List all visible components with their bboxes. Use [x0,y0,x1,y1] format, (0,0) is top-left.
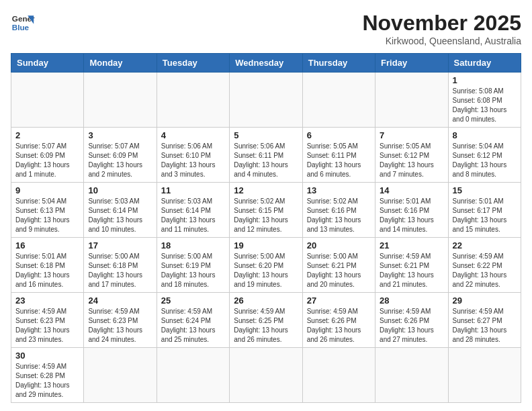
calendar-cell: 20Sunrise: 5:00 AM Sunset: 6:21 PM Dayli… [302,238,375,293]
calendar-cell: 12Sunrise: 5:02 AM Sunset: 6:15 PM Dayli… [230,183,302,238]
calendar-cell: 25Sunrise: 4:59 AM Sunset: 6:24 PM Dayli… [157,293,229,348]
weekday-header-wednesday: Wednesday [230,54,302,73]
calendar-cell: 10Sunrise: 5:03 AM Sunset: 6:14 PM Dayli… [84,183,157,238]
day-info: Sunrise: 4:59 AM Sunset: 6:26 PM Dayligh… [380,307,443,345]
day-number: 20 [307,240,371,250]
calendar-cell: 1Sunrise: 5:08 AM Sunset: 6:08 PM Daylig… [448,73,521,128]
day-info: Sunrise: 5:01 AM Sunset: 6:18 PM Dayligh… [15,252,79,289]
calendar-cell: 27Sunrise: 4:59 AM Sunset: 6:26 PM Dayli… [302,293,375,348]
weekday-header-thursday: Thursday [302,54,375,73]
calendar-cell [157,348,229,403]
calendar-cell: 18Sunrise: 5:00 AM Sunset: 6:19 PM Dayli… [157,238,229,293]
day-number: 4 [161,130,225,140]
day-number: 2 [15,130,79,140]
calendar-cell: 2Sunrise: 5:07 AM Sunset: 6:09 PM Daylig… [11,128,84,183]
day-info: Sunrise: 5:02 AM Sunset: 6:16 PM Dayligh… [307,197,371,234]
day-number: 27 [307,295,371,306]
calendar-cell [157,73,229,128]
day-number: 30 [15,351,79,361]
day-info: Sunrise: 4:59 AM Sunset: 6:22 PM Dayligh… [453,252,517,289]
calendar-cell: 9Sunrise: 5:04 AM Sunset: 6:13 PM Daylig… [11,183,84,238]
calendar-cell: 14Sunrise: 5:01 AM Sunset: 6:16 PM Dayli… [375,183,448,238]
day-info: Sunrise: 4:59 AM Sunset: 6:24 PM Dayligh… [161,307,225,345]
calendar-subtitle: Kirkwood, Queensland, Australia [362,36,521,46]
calendar-cell [375,348,448,403]
day-info: Sunrise: 5:07 AM Sunset: 6:09 PM Dayligh… [15,142,79,179]
day-number: 28 [380,295,443,306]
calendar-cell: 5Sunrise: 5:06 AM Sunset: 6:11 PM Daylig… [230,128,302,183]
calendar-cell: 19Sunrise: 5:00 AM Sunset: 6:20 PM Dayli… [230,238,302,293]
day-number: 1 [453,75,517,85]
weekday-header-row: SundayMondayTuesdayWednesdayThursdayFrid… [11,54,521,73]
day-number: 8 [453,130,517,140]
calendar-title: November 2025 [362,11,521,36]
day-info: Sunrise: 5:02 AM Sunset: 6:15 PM Dayligh… [234,197,298,234]
day-number: 25 [161,295,225,306]
day-info: Sunrise: 5:00 AM Sunset: 6:18 PM Dayligh… [88,252,152,289]
calendar-cell: 24Sunrise: 4:59 AM Sunset: 6:23 PM Dayli… [84,293,157,348]
calendar-cell [302,73,375,128]
day-info: Sunrise: 5:03 AM Sunset: 6:14 PM Dayligh… [161,197,225,234]
calendar-week-row: 16Sunrise: 5:01 AM Sunset: 6:18 PM Dayli… [11,238,521,293]
day-number: 14 [380,185,443,195]
weekday-header-friday: Friday [375,54,448,73]
day-number: 22 [453,240,517,250]
calendar-cell [84,348,157,403]
calendar-cell: 8Sunrise: 5:04 AM Sunset: 6:12 PM Daylig… [448,128,521,183]
weekday-header-tuesday: Tuesday [157,54,229,73]
day-number: 17 [88,240,152,250]
day-info: Sunrise: 5:00 AM Sunset: 6:19 PM Dayligh… [161,252,225,289]
calendar-cell: 16Sunrise: 5:01 AM Sunset: 6:18 PM Dayli… [11,238,84,293]
day-info: Sunrise: 4:59 AM Sunset: 6:23 PM Dayligh… [15,307,79,345]
logo-icon: General Blue [11,11,35,35]
svg-text:Blue: Blue [12,23,30,32]
weekday-header-monday: Monday [84,54,157,73]
day-number: 15 [453,185,517,195]
day-number: 10 [88,185,152,195]
calendar-cell: 11Sunrise: 5:03 AM Sunset: 6:14 PM Dayli… [157,183,229,238]
calendar-cell: 3Sunrise: 5:07 AM Sunset: 6:09 PM Daylig… [84,128,157,183]
calendar-cell [84,73,157,128]
day-info: Sunrise: 5:07 AM Sunset: 6:09 PM Dayligh… [88,142,152,179]
calendar-cell: 21Sunrise: 4:59 AM Sunset: 6:21 PM Dayli… [375,238,448,293]
calendar-cell: 7Sunrise: 5:05 AM Sunset: 6:12 PM Daylig… [375,128,448,183]
calendar-week-row: 23Sunrise: 4:59 AM Sunset: 6:23 PM Dayli… [11,293,521,348]
day-number: 5 [234,130,298,140]
calendar-cell [302,348,375,403]
weekday-header-saturday: Saturday [448,54,521,73]
calendar-cell: 29Sunrise: 4:59 AM Sunset: 6:27 PM Dayli… [448,293,521,348]
calendar-cell [11,73,84,128]
day-number: 26 [234,295,298,306]
calendar-cell: 26Sunrise: 4:59 AM Sunset: 6:25 PM Dayli… [230,293,302,348]
day-info: Sunrise: 5:05 AM Sunset: 6:12 PM Dayligh… [380,142,443,179]
day-info: Sunrise: 4:59 AM Sunset: 6:28 PM Dayligh… [15,362,79,400]
day-info: Sunrise: 4:59 AM Sunset: 6:21 PM Dayligh… [380,252,443,289]
day-number: 16 [15,240,79,250]
calendar-cell: 13Sunrise: 5:02 AM Sunset: 6:16 PM Dayli… [302,183,375,238]
calendar-cell: 17Sunrise: 5:00 AM Sunset: 6:18 PM Dayli… [84,238,157,293]
day-info: Sunrise: 5:00 AM Sunset: 6:21 PM Dayligh… [307,252,371,289]
day-info: Sunrise: 5:08 AM Sunset: 6:08 PM Dayligh… [453,87,517,124]
day-number: 18 [161,240,225,250]
day-number: 19 [234,240,298,250]
calendar-week-row: 1Sunrise: 5:08 AM Sunset: 6:08 PM Daylig… [11,73,521,128]
day-info: Sunrise: 4:59 AM Sunset: 6:25 PM Dayligh… [234,307,298,345]
day-number: 7 [380,130,443,140]
day-number: 23 [15,295,79,306]
day-number: 12 [234,185,298,195]
day-number: 29 [453,295,517,306]
calendar-cell [448,348,521,403]
day-info: Sunrise: 5:05 AM Sunset: 6:11 PM Dayligh… [307,142,371,179]
calendar-cell: 30Sunrise: 4:59 AM Sunset: 6:28 PM Dayli… [11,348,84,403]
calendar-cell [375,73,448,128]
day-info: Sunrise: 4:59 AM Sunset: 6:23 PM Dayligh… [88,307,152,345]
day-number: 21 [380,240,443,250]
day-info: Sunrise: 5:06 AM Sunset: 6:10 PM Dayligh… [161,142,225,179]
day-info: Sunrise: 5:04 AM Sunset: 6:13 PM Dayligh… [15,197,79,234]
day-number: 13 [307,185,371,195]
title-area: November 2025 Kirkwood, Queensland, Aust… [362,11,521,46]
logo: General Blue [11,11,35,35]
day-info: Sunrise: 4:59 AM Sunset: 6:27 PM Dayligh… [453,307,517,345]
calendar-week-row: 2Sunrise: 5:07 AM Sunset: 6:09 PM Daylig… [11,128,521,183]
calendar-table: SundayMondayTuesdayWednesdayThursdayFrid… [11,53,521,403]
